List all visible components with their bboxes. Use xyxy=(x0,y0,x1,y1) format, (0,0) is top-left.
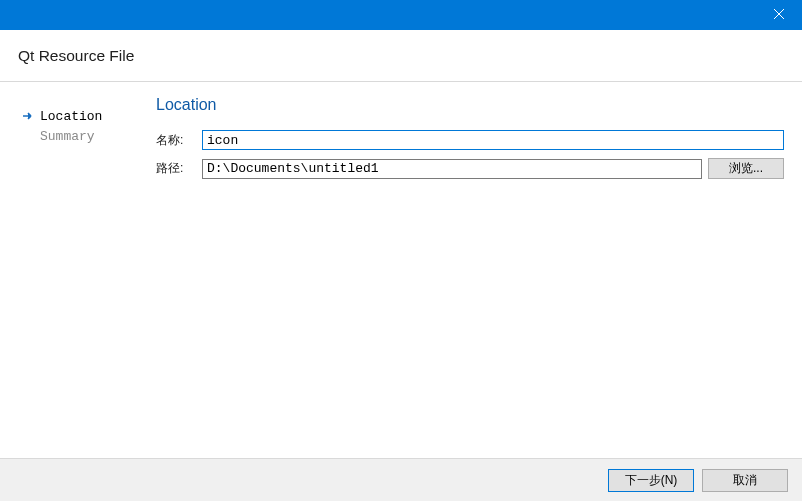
browse-button[interactable]: 浏览... xyxy=(708,158,784,179)
sidebar-step-label: Location xyxy=(40,109,102,124)
titlebar xyxy=(0,0,802,30)
main-panel: Location 名称: 路径: 浏览... xyxy=(138,82,802,458)
wizard-body: Location Summary Location 名称: 路径: 浏览... xyxy=(0,82,802,458)
name-label: 名称: xyxy=(156,132,196,149)
sidebar: Location Summary xyxy=(0,82,138,458)
sidebar-step-location: Location xyxy=(22,106,130,126)
path-label: 路径: xyxy=(156,160,196,177)
close-button[interactable] xyxy=(756,0,802,30)
section-title: Location xyxy=(156,96,784,114)
form-row-path: 路径: 浏览... xyxy=(156,158,784,179)
form-row-name: 名称: xyxy=(156,130,784,150)
window-title: Qt Resource File xyxy=(18,47,134,65)
path-input[interactable] xyxy=(202,159,702,179)
cancel-button[interactable]: 取消 xyxy=(702,469,788,492)
arrow-right-icon xyxy=(22,111,36,121)
footer: 下一步(N) 取消 xyxy=(0,458,802,501)
close-icon xyxy=(774,8,784,22)
next-button[interactable]: 下一步(N) xyxy=(608,469,694,492)
sidebar-step-summary: Summary xyxy=(22,126,130,146)
name-input[interactable] xyxy=(202,130,784,150)
sidebar-step-label: Summary xyxy=(40,129,95,144)
header-banner: Qt Resource File xyxy=(0,30,802,82)
